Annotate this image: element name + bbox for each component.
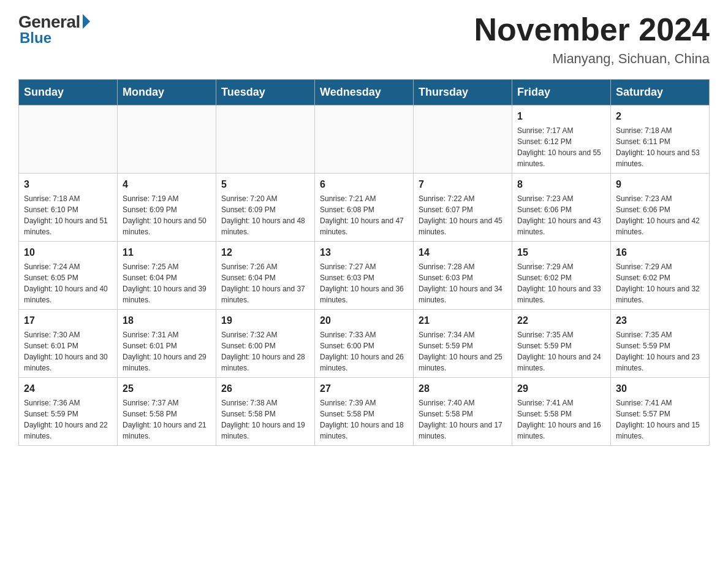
day-info: Sunrise: 7:33 AM Sunset: 6:00 PM Dayligh… bbox=[320, 329, 408, 373]
day-info: Sunrise: 7:29 AM Sunset: 6:02 PM Dayligh… bbox=[517, 261, 605, 305]
day-info: Sunrise: 7:34 AM Sunset: 5:59 PM Dayligh… bbox=[419, 329, 507, 373]
calendar-cell: 14Sunrise: 7:28 AM Sunset: 6:03 PM Dayli… bbox=[414, 242, 512, 310]
day-number: 15 bbox=[517, 245, 605, 260]
day-header-thursday: Thursday bbox=[414, 80, 512, 105]
day-header-tuesday: Tuesday bbox=[216, 80, 315, 105]
day-number: 29 bbox=[517, 381, 605, 396]
calendar-week-row: 17Sunrise: 7:30 AM Sunset: 6:01 PM Dayli… bbox=[19, 310, 710, 378]
day-info: Sunrise: 7:23 AM Sunset: 6:06 PM Dayligh… bbox=[517, 193, 605, 237]
calendar-cell: 9Sunrise: 7:23 AM Sunset: 6:06 PM Daylig… bbox=[611, 174, 710, 242]
calendar-cell bbox=[414, 105, 512, 174]
day-number: 21 bbox=[419, 313, 507, 328]
day-number: 28 bbox=[419, 381, 507, 396]
day-number: 11 bbox=[123, 245, 211, 260]
calendar-cell: 24Sunrise: 7:36 AM Sunset: 5:59 PM Dayli… bbox=[19, 378, 118, 446]
day-number: 20 bbox=[320, 313, 408, 328]
calendar-cell: 21Sunrise: 7:34 AM Sunset: 5:59 PM Dayli… bbox=[414, 310, 512, 378]
day-header-monday: Monday bbox=[118, 80, 216, 105]
day-info: Sunrise: 7:32 AM Sunset: 6:00 PM Dayligh… bbox=[221, 329, 309, 373]
calendar-week-row: 24Sunrise: 7:36 AM Sunset: 5:59 PM Dayli… bbox=[19, 378, 710, 446]
logo: General Blue bbox=[18, 12, 90, 47]
day-info: Sunrise: 7:25 AM Sunset: 6:04 PM Dayligh… bbox=[123, 261, 211, 305]
day-number: 3 bbox=[24, 177, 112, 192]
calendar-cell: 30Sunrise: 7:41 AM Sunset: 5:57 PM Dayli… bbox=[611, 378, 710, 446]
day-header-friday: Friday bbox=[512, 80, 611, 105]
calendar-header-row: SundayMondayTuesdayWednesdayThursdayFrid… bbox=[19, 80, 710, 105]
calendar-cell bbox=[19, 105, 118, 174]
day-info: Sunrise: 7:24 AM Sunset: 6:05 PM Dayligh… bbox=[24, 261, 112, 305]
day-number: 24 bbox=[24, 381, 112, 396]
day-info: Sunrise: 7:30 AM Sunset: 6:01 PM Dayligh… bbox=[24, 329, 112, 373]
day-number: 4 bbox=[123, 177, 211, 192]
day-number: 17 bbox=[24, 313, 112, 328]
day-info: Sunrise: 7:36 AM Sunset: 5:59 PM Dayligh… bbox=[24, 397, 112, 442]
calendar-cell: 10Sunrise: 7:24 AM Sunset: 6:05 PM Dayli… bbox=[19, 242, 118, 310]
day-info: Sunrise: 7:41 AM Sunset: 5:57 PM Dayligh… bbox=[616, 397, 704, 442]
day-info: Sunrise: 7:29 AM Sunset: 6:02 PM Dayligh… bbox=[616, 261, 704, 305]
day-number: 6 bbox=[320, 177, 408, 192]
day-number: 2 bbox=[616, 109, 704, 124]
calendar-cell: 8Sunrise: 7:23 AM Sunset: 6:06 PM Daylig… bbox=[512, 174, 611, 242]
day-number: 13 bbox=[320, 245, 408, 260]
day-info: Sunrise: 7:35 AM Sunset: 5:59 PM Dayligh… bbox=[616, 329, 704, 373]
calendar-cell: 12Sunrise: 7:26 AM Sunset: 6:04 PM Dayli… bbox=[216, 242, 315, 310]
calendar-cell: 15Sunrise: 7:29 AM Sunset: 6:02 PM Dayli… bbox=[512, 242, 611, 310]
day-number: 7 bbox=[419, 177, 507, 192]
day-info: Sunrise: 7:41 AM Sunset: 5:58 PM Dayligh… bbox=[517, 397, 605, 442]
calendar-cell: 28Sunrise: 7:40 AM Sunset: 5:58 PM Dayli… bbox=[414, 378, 512, 446]
day-info: Sunrise: 7:22 AM Sunset: 6:07 PM Dayligh… bbox=[419, 193, 507, 237]
calendar-cell: 23Sunrise: 7:35 AM Sunset: 5:59 PM Dayli… bbox=[611, 310, 710, 378]
calendar-cell: 2Sunrise: 7:18 AM Sunset: 6:11 PM Daylig… bbox=[611, 105, 710, 174]
day-info: Sunrise: 7:28 AM Sunset: 6:03 PM Dayligh… bbox=[419, 261, 507, 305]
day-number: 30 bbox=[616, 381, 704, 396]
calendar-cell bbox=[118, 105, 216, 174]
calendar-cell: 11Sunrise: 7:25 AM Sunset: 6:04 PM Dayli… bbox=[118, 242, 216, 310]
day-info: Sunrise: 7:23 AM Sunset: 6:06 PM Dayligh… bbox=[616, 193, 704, 237]
calendar-cell: 18Sunrise: 7:31 AM Sunset: 6:01 PM Dayli… bbox=[118, 310, 216, 378]
day-info: Sunrise: 7:39 AM Sunset: 5:58 PM Dayligh… bbox=[320, 397, 408, 442]
calendar-cell: 13Sunrise: 7:27 AM Sunset: 6:03 PM Dayli… bbox=[315, 242, 414, 310]
logo-arrow-icon bbox=[83, 14, 90, 29]
day-number: 23 bbox=[616, 313, 704, 328]
day-info: Sunrise: 7:20 AM Sunset: 6:09 PM Dayligh… bbox=[221, 193, 309, 237]
day-header-sunday: Sunday bbox=[19, 80, 118, 105]
calendar-week-row: 3Sunrise: 7:18 AM Sunset: 6:10 PM Daylig… bbox=[19, 174, 710, 242]
calendar-cell bbox=[216, 105, 315, 174]
day-number: 12 bbox=[221, 245, 309, 260]
day-number: 19 bbox=[221, 313, 309, 328]
calendar-cell: 3Sunrise: 7:18 AM Sunset: 6:10 PM Daylig… bbox=[19, 174, 118, 242]
day-number: 1 bbox=[517, 109, 605, 124]
calendar-cell: 17Sunrise: 7:30 AM Sunset: 6:01 PM Dayli… bbox=[19, 310, 118, 378]
day-number: 26 bbox=[221, 381, 309, 396]
calendar-cell: 5Sunrise: 7:20 AM Sunset: 6:09 PM Daylig… bbox=[216, 174, 315, 242]
day-info: Sunrise: 7:31 AM Sunset: 6:01 PM Dayligh… bbox=[123, 329, 211, 373]
day-info: Sunrise: 7:38 AM Sunset: 5:58 PM Dayligh… bbox=[221, 397, 309, 442]
logo-blue-text: Blue bbox=[20, 29, 51, 47]
day-info: Sunrise: 7:35 AM Sunset: 5:59 PM Dayligh… bbox=[517, 329, 605, 373]
day-header-wednesday: Wednesday bbox=[315, 80, 414, 105]
month-year-title: November 2024 bbox=[474, 12, 710, 47]
day-info: Sunrise: 7:19 AM Sunset: 6:09 PM Dayligh… bbox=[123, 193, 211, 237]
day-number: 9 bbox=[616, 177, 704, 192]
day-info: Sunrise: 7:21 AM Sunset: 6:08 PM Dayligh… bbox=[320, 193, 408, 237]
day-number: 10 bbox=[24, 245, 112, 260]
calendar-cell: 27Sunrise: 7:39 AM Sunset: 5:58 PM Dayli… bbox=[315, 378, 414, 446]
calendar-week-row: 10Sunrise: 7:24 AM Sunset: 6:05 PM Dayli… bbox=[19, 242, 710, 310]
day-number: 25 bbox=[123, 381, 211, 396]
calendar-table: SundayMondayTuesdayWednesdayThursdayFrid… bbox=[18, 79, 710, 446]
day-info: Sunrise: 7:18 AM Sunset: 6:11 PM Dayligh… bbox=[616, 125, 704, 169]
page-header: General Blue November 2024 Mianyang, Sic… bbox=[18, 12, 710, 67]
day-info: Sunrise: 7:27 AM Sunset: 6:03 PM Dayligh… bbox=[320, 261, 408, 305]
calendar-week-row: 1Sunrise: 7:17 AM Sunset: 6:12 PM Daylig… bbox=[19, 105, 710, 174]
day-info: Sunrise: 7:40 AM Sunset: 5:58 PM Dayligh… bbox=[419, 397, 507, 442]
calendar-cell: 7Sunrise: 7:22 AM Sunset: 6:07 PM Daylig… bbox=[414, 174, 512, 242]
day-number: 22 bbox=[517, 313, 605, 328]
location-subtitle: Mianyang, Sichuan, China bbox=[474, 51, 710, 67]
calendar-cell bbox=[315, 105, 414, 174]
day-number: 18 bbox=[123, 313, 211, 328]
day-number: 16 bbox=[616, 245, 704, 260]
calendar-cell: 4Sunrise: 7:19 AM Sunset: 6:09 PM Daylig… bbox=[118, 174, 216, 242]
day-info: Sunrise: 7:37 AM Sunset: 5:58 PM Dayligh… bbox=[123, 397, 211, 442]
day-number: 14 bbox=[419, 245, 507, 260]
calendar-cell: 16Sunrise: 7:29 AM Sunset: 6:02 PM Dayli… bbox=[611, 242, 710, 310]
